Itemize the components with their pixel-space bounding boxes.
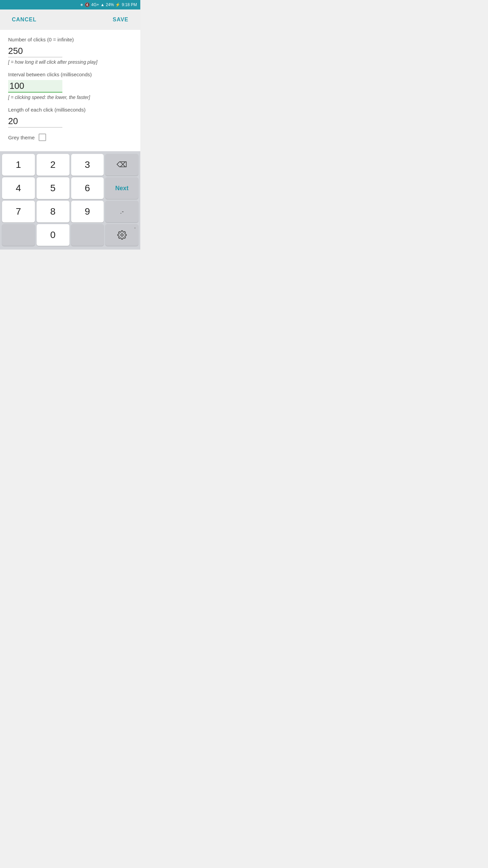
key-0[interactable]: 0 (37, 224, 69, 246)
length-input[interactable] (8, 115, 62, 127)
key-8[interactable]: 8 (37, 201, 69, 222)
svg-point-0 (121, 234, 123, 236)
keyboard: 1 2 3 ⌫ 4 5 6 Next 7 8 9 .- 0 (0, 151, 140, 250)
interval-input-wrapper (8, 80, 132, 93)
status-icons: ∗ 🔇 4G+ ▲ 24% ⚡ 9:18 PM (80, 2, 137, 7)
clicks-label: Number of clicks (0 = infinite) (8, 37, 132, 42)
keyboard-row-3: 7 8 9 .- (2, 201, 138, 222)
key-1[interactable]: 1 (2, 154, 35, 176)
clicks-section: Number of clicks (0 = infinite) [ = how … (8, 37, 132, 65)
key-dot-dash[interactable]: .- (105, 201, 138, 222)
key-3[interactable]: 3 (71, 154, 104, 176)
key-5[interactable]: 5 (37, 177, 69, 199)
mute-icon: 🔇 (85, 2, 90, 7)
cancel-button[interactable]: CANCEL (7, 13, 42, 26)
form-content: Number of clicks (0 = infinite) [ = how … (0, 30, 140, 151)
key-next[interactable]: Next (105, 177, 138, 199)
clicks-hint: [ = how long it will click after pressin… (8, 59, 132, 65)
length-label: Length of each click (milliseconds) (8, 107, 132, 113)
keyboard-row-1: 1 2 3 ⌫ (2, 154, 138, 176)
battery-icon: ⚡ (115, 2, 120, 7)
interval-hint: [ = clicking speed: the lower, the faste… (8, 95, 132, 100)
interval-label: Interval between clicks (milliseconds) (8, 72, 132, 77)
bluetooth-icon: ∗ (80, 2, 83, 7)
settings-icon (117, 230, 127, 240)
clicks-input-wrapper (8, 45, 132, 57)
save-button[interactable]: SAVE (108, 13, 134, 26)
battery-text: 24% (106, 2, 114, 7)
time-label: 9:18 PM (122, 2, 137, 7)
key-7[interactable]: 7 (2, 201, 35, 222)
keyboard-row-4: 0 (2, 224, 138, 246)
clicks-input[interactable] (8, 45, 62, 57)
key-settings[interactable] (105, 224, 138, 246)
keyboard-row-2: 4 5 6 Next (2, 177, 138, 199)
interval-input[interactable] (8, 80, 62, 93)
key-4[interactable]: 4 (2, 177, 35, 199)
signal-icon: ▲ (100, 2, 104, 7)
action-bar: CANCEL SAVE (0, 9, 140, 30)
status-bar: ∗ 🔇 4G+ ▲ 24% ⚡ 9:18 PM (0, 0, 140, 9)
backspace-icon: ⌫ (117, 160, 127, 169)
network-label: 4G+ (91, 2, 99, 7)
length-input-wrapper (8, 115, 132, 127)
key-6[interactable]: 6 (71, 177, 104, 199)
grey-theme-checkbox[interactable] (39, 134, 46, 141)
key-9[interactable]: 9 (71, 201, 104, 222)
length-section: Length of each click (milliseconds) (8, 107, 132, 127)
key-2[interactable]: 2 (37, 154, 69, 176)
key-backspace[interactable]: ⌫ (105, 154, 138, 176)
grey-theme-label: Grey theme (8, 135, 35, 140)
key-empty-left (2, 224, 35, 246)
key-empty-right (71, 224, 104, 246)
grey-theme-row: Grey theme (8, 134, 132, 141)
interval-section: Interval between clicks (milliseconds) [… (8, 72, 132, 100)
